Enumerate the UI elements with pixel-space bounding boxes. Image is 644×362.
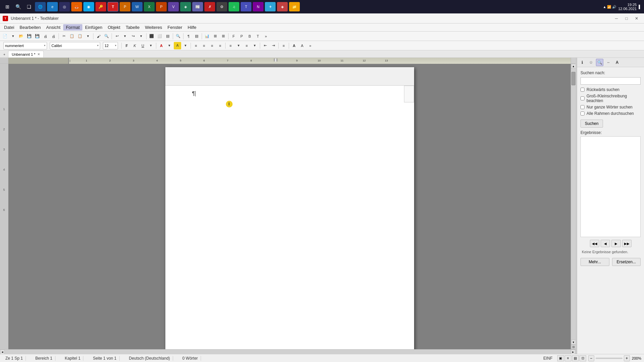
font-color-btn[interactable]: A xyxy=(158,42,165,49)
menu-einfuegen[interactable]: Einfügen xyxy=(82,24,105,31)
replace-btn[interactable]: Ersetzen... xyxy=(612,258,641,266)
table2-btn[interactable]: ⊞ xyxy=(219,33,227,40)
redo-btn[interactable]: ↪ xyxy=(129,33,137,40)
view1-btn[interactable]: ⬛ xyxy=(148,33,155,40)
taskbar-firefox[interactable]: 🦊 xyxy=(71,2,82,11)
page-body[interactable]: ¶ I xyxy=(165,86,414,103)
menu-format[interactable]: Format xyxy=(63,24,82,31)
taskbar-files[interactable]: 📁 xyxy=(289,2,300,11)
view-web-btn[interactable]: ⊡ xyxy=(579,355,586,361)
more-btn[interactable]: » xyxy=(262,33,270,40)
style-dropdown[interactable]: nummeriert ▾ xyxy=(3,42,47,49)
scroll-down-btn[interactable]: ▼ xyxy=(571,340,575,345)
tab-document1[interactable]: Unbenannt 1 * ✕ xyxy=(8,51,44,57)
print-btn[interactable]: 🖨 xyxy=(42,33,49,40)
menu-datei[interactable]: Datei xyxy=(1,24,17,31)
undo-btn[interactable]: ↩ xyxy=(113,33,121,40)
underline-dropdown-btn[interactable]: ▾ xyxy=(147,42,155,49)
field-btn[interactable]: F xyxy=(230,33,237,40)
indent2-btn[interactable]: ⇥ xyxy=(270,42,277,49)
save2-btn[interactable]: 💾 xyxy=(34,33,41,40)
backwards-checkbox[interactable] xyxy=(580,88,585,92)
wholewords-checkbox[interactable] xyxy=(580,105,585,109)
numberedlist-dropdown[interactable]: ▾ xyxy=(251,42,258,49)
taskbar-ie[interactable]: 🌐 xyxy=(35,2,46,11)
scroll-right-btn[interactable]: ► xyxy=(571,350,575,354)
close-button[interactable]: ✕ xyxy=(632,15,641,22)
taskbar-app3[interactable]: 📰 xyxy=(192,2,203,11)
taskbar-voice[interactable]: V xyxy=(168,2,179,11)
search-button[interactable]: 🔍 xyxy=(13,2,23,11)
taskbar-ppt[interactable]: P xyxy=(156,2,167,11)
taskbar-edge2[interactable]: ◉ xyxy=(83,2,94,11)
start-button[interactable]: ⊞ xyxy=(3,2,12,11)
taskbar-textmaker[interactable]: T xyxy=(108,2,118,11)
bold-btn[interactable]: F xyxy=(123,42,130,49)
align-center-btn[interactable]: ≡ xyxy=(200,42,208,49)
nav-first-btn[interactable]: ◀◀ xyxy=(590,240,599,247)
list-btn[interactable]: ≡ xyxy=(227,42,234,49)
scroll-left-btn[interactable]: ◄ xyxy=(0,350,5,354)
taskbar-onenote[interactable]: N xyxy=(253,2,264,11)
numberedlist-btn[interactable]: ≡ xyxy=(243,42,250,49)
document-canvas[interactable]: ¶ I xyxy=(8,64,571,349)
zoom-slider[interactable] xyxy=(596,358,622,359)
search-btn[interactable]: 🔍 xyxy=(103,33,110,40)
zoom-btn[interactable]: 🔍 xyxy=(174,33,182,40)
size-dropdown[interactable]: 12 ▾ xyxy=(103,42,118,49)
undo-dropdown-btn[interactable]: ▾ xyxy=(121,33,129,40)
view-normal-btn[interactable]: ▣ xyxy=(557,355,564,361)
casesensitive-checkbox[interactable] xyxy=(580,96,585,100)
taskbar-teams[interactable]: T xyxy=(241,2,251,11)
new-btn[interactable]: 📄 xyxy=(1,33,9,40)
menu-ansicht[interactable]: Ansicht xyxy=(43,24,63,31)
taskbar-app4[interactable]: ✗ xyxy=(204,2,215,11)
taskbar-word[interactable]: W xyxy=(132,2,143,11)
view2-btn[interactable]: ⬜ xyxy=(156,33,163,40)
panel-star-btn[interactable]: ☆ xyxy=(587,59,595,66)
taskbar-app5[interactable]: ◈ xyxy=(277,2,288,11)
new-dropdown-btn[interactable]: ▾ xyxy=(9,33,17,40)
panel-search-btn[interactable]: 🔍 xyxy=(596,59,603,66)
table-btn[interactable]: ⊞ xyxy=(211,33,219,40)
special1-btn[interactable]: ¶ xyxy=(185,33,192,40)
indent1-btn[interactable]: ⇤ xyxy=(261,42,269,49)
field3-btn[interactable]: B xyxy=(246,33,253,40)
search-execute-btn[interactable]: Suchen xyxy=(580,120,603,128)
scroll-thumb[interactable] xyxy=(571,72,575,85)
menu-fenster[interactable]: Fenster xyxy=(165,24,185,31)
scroll-extra-btn[interactable]: ⊡ xyxy=(571,345,575,349)
save-btn[interactable]: 💾 xyxy=(26,33,33,40)
highlight-dropdown[interactable]: ▾ xyxy=(182,42,189,49)
panel-format-btn[interactable]: A xyxy=(613,59,621,66)
taskbar-spotify[interactable]: ♫ xyxy=(229,2,239,11)
zoom-out-btn[interactable]: − xyxy=(588,355,594,361)
taskbar-app2[interactable]: ◈ xyxy=(180,2,191,11)
font-color-dropdown[interactable]: ▾ xyxy=(166,42,173,49)
format-paint-btn[interactable]: 🖌 xyxy=(95,33,102,40)
field2-btn[interactable]: P xyxy=(238,33,245,40)
taskbar-lastpass[interactable]: 🔑 xyxy=(95,2,106,11)
align-left-btn[interactable]: ≡ xyxy=(192,42,200,49)
open-btn[interactable]: 📂 xyxy=(17,33,25,40)
nav-last-btn[interactable]: ▶▶ xyxy=(622,240,632,247)
highlight-btn[interactable]: A xyxy=(174,42,181,49)
style-btn[interactable]: A xyxy=(290,42,298,49)
zoom-in-btn[interactable]: + xyxy=(624,355,630,361)
menu-bearbeiten[interactable]: Bearbeiten xyxy=(17,24,43,31)
copy-btn[interactable]: 📋 xyxy=(68,33,76,40)
task-view-button[interactable]: ❑ xyxy=(24,2,34,11)
linesp-btn[interactable]: ≡ xyxy=(280,42,287,49)
view-outline-btn[interactable]: ≡ xyxy=(565,355,571,361)
menu-weiteres[interactable]: Weiteres xyxy=(142,24,165,31)
nav-prev-btn[interactable]: ◀ xyxy=(601,240,610,247)
view3-btn[interactable]: ▤ xyxy=(164,33,171,40)
cut-btn[interactable]: ✂ xyxy=(60,33,68,40)
view-draft-btn[interactable]: ▤ xyxy=(572,355,579,361)
special2-btn[interactable]: ▤ xyxy=(193,33,200,40)
scroll-up-btn[interactable]: ▲ xyxy=(571,64,575,69)
scroll-track[interactable] xyxy=(571,69,575,340)
align-right-btn[interactable]: ≡ xyxy=(208,42,216,49)
taskbar-presentations[interactable]: P xyxy=(120,2,130,11)
underline-btn[interactable]: U xyxy=(139,42,147,49)
